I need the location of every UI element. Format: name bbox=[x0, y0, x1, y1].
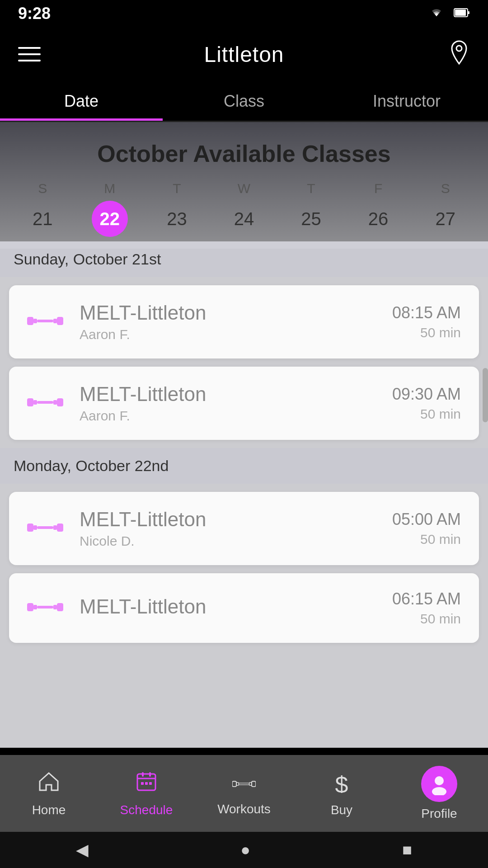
svg-rect-8 bbox=[57, 317, 63, 325]
nav-schedule[interactable]: Schedule bbox=[98, 769, 195, 817]
dumbbell-icon-0-0 bbox=[27, 310, 63, 334]
class-time-main-0-1: 09:30 AM bbox=[392, 385, 461, 404]
class-card-1-0[interactable]: MELT-Littleton Nicole D. 05:00 AM 50 min bbox=[9, 492, 479, 565]
svg-rect-18 bbox=[57, 524, 63, 532]
dumbbell-icon-0-1 bbox=[27, 391, 63, 415]
calendar-row: S 21 M 22 T 23 W 24 T 25 F 26 S 27 bbox=[0, 176, 488, 241]
class-duration-0-1: 50 min bbox=[392, 406, 461, 422]
svg-rect-10 bbox=[33, 400, 37, 405]
svg-point-36 bbox=[435, 776, 444, 785]
cal-day-4[interactable]: T 25 bbox=[282, 181, 341, 237]
svg-rect-27 bbox=[141, 782, 144, 785]
tab-class[interactable]: Class bbox=[163, 81, 325, 121]
tab-date[interactable]: Date bbox=[0, 81, 163, 121]
nav-workouts[interactable]: Workouts bbox=[195, 770, 293, 816]
dumbbell-icon-1-1 bbox=[27, 596, 63, 620]
svg-rect-6 bbox=[37, 320, 53, 322]
dumbbell-icon-1-0 bbox=[27, 516, 63, 541]
svg-rect-20 bbox=[33, 605, 37, 609]
svg-point-37 bbox=[432, 787, 446, 795]
status-time: 9:28 bbox=[18, 4, 51, 23]
svg-rect-16 bbox=[37, 526, 53, 529]
menu-line-3 bbox=[18, 60, 41, 61]
cal-day-num-4: 25 bbox=[293, 201, 329, 237]
svg-rect-5 bbox=[33, 319, 37, 323]
class-info-1-1: MELT-Littleton bbox=[80, 595, 376, 621]
cal-day-num-0: 21 bbox=[24, 201, 61, 237]
class-card-0-1[interactable]: MELT-Littleton Aaron F. 09:30 AM 50 min bbox=[9, 367, 479, 440]
cal-day-num-2: 23 bbox=[159, 201, 195, 237]
cal-day-label-5: F bbox=[374, 181, 382, 196]
svg-rect-21 bbox=[37, 606, 53, 609]
class-name-0-0: MELT-Littleton bbox=[80, 302, 376, 324]
app-header: Littleton bbox=[0, 27, 488, 81]
cal-day-label-4: T bbox=[307, 181, 315, 196]
cal-day-num-3: 24 bbox=[226, 201, 262, 237]
class-card-1-1[interactable]: MELT-Littleton 06:15 AM 50 min bbox=[9, 573, 479, 643]
nav-home[interactable]: Home bbox=[0, 769, 98, 817]
cal-day-5[interactable]: F 26 bbox=[349, 181, 408, 237]
cal-day-6[interactable]: S 27 bbox=[416, 181, 475, 237]
svg-rect-19 bbox=[27, 603, 33, 611]
class-name-0-1: MELT-Littleton bbox=[80, 383, 376, 406]
class-time-main-1-0: 05:00 AM bbox=[392, 510, 461, 529]
class-duration-1-1: 50 min bbox=[392, 611, 461, 627]
buy-icon: $ bbox=[333, 769, 351, 798]
battery-icon bbox=[454, 6, 470, 21]
recent-button[interactable]: ■ bbox=[402, 840, 412, 859]
cal-day-num-6: 27 bbox=[427, 201, 464, 237]
cal-day-label-3: W bbox=[238, 181, 250, 196]
svg-rect-1 bbox=[455, 9, 466, 16]
svg-point-3 bbox=[456, 46, 462, 51]
class-time-main-1-1: 06:15 AM bbox=[392, 590, 461, 609]
profile-avatar bbox=[421, 766, 457, 802]
cal-day-label-6: S bbox=[441, 181, 450, 196]
class-card-0-0[interactable]: MELT-Littleton Aaron F. 08:15 AM 50 min bbox=[9, 285, 479, 359]
schedule-list[interactable]: Sunday, October 21st MELT-Littleton Aaro… bbox=[0, 241, 488, 748]
class-instructor-0-0: Aaron F. bbox=[80, 327, 376, 342]
svg-rect-13 bbox=[57, 398, 63, 406]
class-time-0-0: 08:15 AM 50 min bbox=[392, 303, 461, 340]
location-icon[interactable] bbox=[448, 40, 470, 69]
class-info-0-0: MELT-Littleton Aaron F. bbox=[80, 302, 376, 342]
svg-rect-22 bbox=[53, 605, 57, 609]
workouts-icon bbox=[232, 770, 256, 797]
svg-rect-15 bbox=[33, 525, 37, 530]
svg-rect-2 bbox=[468, 11, 469, 14]
menu-line-2 bbox=[18, 53, 41, 55]
svg-rect-32 bbox=[239, 783, 249, 785]
class-instructor-0-1: Aaron F. bbox=[80, 408, 376, 424]
class-name-1-1: MELT-Littleton bbox=[80, 595, 376, 618]
svg-rect-7 bbox=[53, 319, 57, 323]
tab-bar: Date Class Instructor bbox=[0, 81, 488, 122]
svg-rect-26 bbox=[149, 772, 151, 777]
header-title: Littleton bbox=[204, 42, 284, 67]
cal-day-num-1: 22 bbox=[92, 201, 128, 237]
status-icons bbox=[427, 5, 470, 22]
cal-day-3[interactable]: W 24 bbox=[215, 181, 273, 237]
section-title: October Available Classes bbox=[0, 140, 488, 167]
date-header-monday: Monday, October 22nd bbox=[0, 448, 488, 484]
menu-button[interactable] bbox=[18, 47, 41, 61]
scrollbar[interactable] bbox=[483, 368, 488, 422]
svg-rect-29 bbox=[149, 782, 152, 785]
class-duration-0-0: 50 min bbox=[392, 325, 461, 340]
schedule-icon bbox=[135, 769, 158, 798]
menu-line-1 bbox=[18, 47, 41, 49]
nav-buy-label: Buy bbox=[331, 803, 352, 817]
svg-rect-30 bbox=[232, 781, 236, 787]
back-button[interactable]: ◀ bbox=[76, 840, 89, 859]
cal-day-2[interactable]: T 23 bbox=[147, 181, 206, 237]
nav-buy[interactable]: $ Buy bbox=[293, 769, 390, 817]
date-header-sunday: Sunday, October 21st bbox=[0, 241, 488, 277]
cal-day-0[interactable]: S 21 bbox=[13, 181, 72, 237]
class-time-1-0: 05:00 AM 50 min bbox=[392, 510, 461, 547]
svg-rect-23 bbox=[57, 603, 63, 611]
tab-instructor[interactable]: Instructor bbox=[325, 81, 488, 121]
nav-schedule-label: Schedule bbox=[120, 803, 173, 817]
bottom-nav: Home Schedule Workouts bbox=[0, 755, 488, 832]
home-button[interactable]: ● bbox=[240, 840, 250, 859]
nav-profile[interactable]: Profile bbox=[390, 766, 488, 821]
svg-rect-11 bbox=[37, 401, 53, 404]
cal-day-1[interactable]: M 22 bbox=[80, 181, 139, 237]
